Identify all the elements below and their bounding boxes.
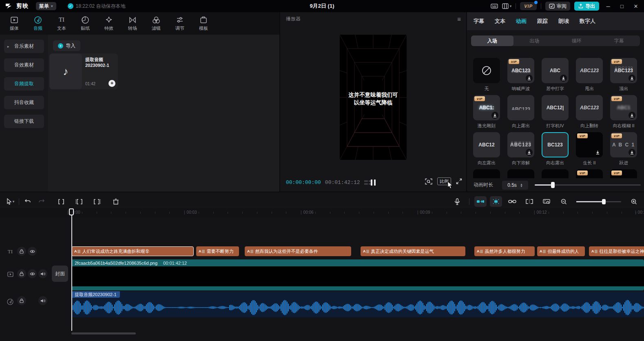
redo-button[interactable]: [35, 199, 49, 204]
library-tab-滤镜[interactable]: 滤镜: [144, 16, 168, 31]
zoom-in-icon[interactable]: [627, 199, 641, 205]
inspector-tab-动画[interactable]: 动画: [516, 18, 527, 25]
inspector-tab-数字人[interactable]: 数字人: [580, 18, 595, 25]
subtab-入场[interactable]: 入场: [471, 35, 513, 46]
zoom-out-icon[interactable]: [557, 199, 571, 205]
animation-tile-生长 II[interactable]: VIP: [576, 132, 603, 157]
split-right-button[interactable]: [90, 199, 104, 205]
animation-tile-向下溶解[interactable]: ABC123: [507, 132, 534, 157]
layout-switch-icon[interactable]: ▾: [502, 3, 512, 9]
import-button[interactable]: + 导入: [53, 40, 80, 51]
duration-slider[interactable]: [535, 184, 641, 186]
maximize-button[interactable]: □: [617, 3, 627, 9]
add-to-track-button[interactable]: +: [108, 80, 115, 87]
subtab-出场[interactable]: 出场: [513, 35, 556, 46]
video-preview[interactable]: 这并不意味着我们可 以坐等运气降临: [340, 35, 407, 160]
animation-tile-打字机IV[interactable]: ABC12|: [542, 95, 569, 120]
cover-button[interactable]: 封面: [52, 266, 68, 282]
preview-quality-icon[interactable]: [425, 178, 432, 185]
magnetic-snap-toggle[interactable]: [474, 196, 487, 207]
horizontal-scrollbar[interactable]: [71, 332, 136, 334]
select-tool-button[interactable]: ▾: [3, 198, 17, 205]
animation-tile[interactable]: [542, 169, 569, 178]
library-tab-特效[interactable]: 特效: [97, 16, 121, 31]
animation-tile-向上露出[interactable]: ABC123: [507, 95, 534, 120]
subtitle-clip[interactable]: A需要不断努力: [196, 246, 239, 256]
minimize-button[interactable]: ─: [603, 3, 613, 9]
review-button[interactable]: 审阅: [545, 2, 570, 11]
animation-tile[interactable]: [507, 169, 534, 178]
animation-tile-激光雕刻[interactable]: ABC1:VIP: [473, 95, 500, 120]
subtitle-clip[interactable]: A然而我认为这些并不是必要条件: [245, 246, 351, 256]
library-tab-模板[interactable]: 模板: [192, 16, 215, 31]
slider-knob[interactable]: [551, 182, 555, 188]
lock-icon[interactable]: [17, 269, 26, 278]
mirror-split-icon[interactable]: [522, 199, 536, 204]
subtitle-clip[interactable]: A人们常说成功之路充满曲折和艰辛: [71, 246, 194, 256]
inspector-tab-朗读[interactable]: 朗读: [558, 18, 569, 25]
subtitle-clip[interactable]: A真正决定成功的关键因素是运气: [361, 246, 465, 256]
subtitle-clip[interactable]: A往往是那些被幸运之神: [589, 246, 644, 256]
close-button[interactable]: ✕: [631, 3, 641, 9]
zoom-slider-knob[interactable]: [602, 199, 606, 204]
animation-tile-跃进[interactable]: A B C 1VIP: [610, 132, 637, 157]
pause-button[interactable]: [369, 178, 377, 186]
time-ruler[interactable]: |00:00|00:03|00:06|00:09|00:12|00:1: [0, 208, 644, 217]
playhead-handle[interactable]: [69, 208, 74, 215]
video-track-clip[interactable]: 2fcaacb5a061b4a502dfe1208635c6d.png 00:0…: [71, 259, 644, 290]
sidebar-item-音乐素材[interactable]: ▸音乐素材: [4, 40, 44, 53]
fullscreen-icon[interactable]: [456, 178, 462, 184]
library-tab-贴纸[interactable]: 贴纸: [73, 16, 97, 31]
timeline-zoom-slider[interactable]: [576, 201, 621, 202]
duration-stepper[interactable]: ▲▼: [520, 183, 523, 187]
subtab-循环[interactable]: 循环: [555, 35, 598, 46]
library-tab-音频[interactable]: 音频: [26, 16, 50, 31]
animation-tile-甩出[interactable]: ABC123: [576, 58, 603, 83]
sidebar-item-音效素材[interactable]: 音效素材: [4, 58, 44, 72]
subtitle-clip[interactable]: A但最终成功的人: [537, 246, 585, 256]
animation-tile-居中打字[interactable]: ABC: [542, 58, 569, 83]
split-left-button[interactable]: [72, 199, 86, 205]
preview-axis-icon[interactable]: [540, 199, 553, 204]
subtab-字幕[interactable]: 字幕: [598, 35, 640, 46]
lock-icon[interactable]: [17, 296, 26, 305]
animation-tile-无[interactable]: [473, 58, 500, 83]
inspector-tab-文本[interactable]: 文本: [495, 18, 505, 25]
export-button[interactable]: 导出: [574, 2, 599, 11]
delete-button[interactable]: [109, 199, 123, 205]
vip-button[interactable]: VIP: [520, 2, 537, 10]
animation-tile-向上翻转[interactable]: ABC123: [576, 95, 603, 120]
speaker-icon[interactable]: [38, 296, 47, 305]
link-toggle[interactable]: [505, 199, 519, 204]
auto-snap-toggle[interactable]: [490, 196, 502, 207]
animation-tile[interactable]: [473, 169, 500, 178]
library-tab-转场[interactable]: 转场: [121, 16, 144, 31]
split-button[interactable]: [54, 199, 68, 205]
library-tab-调节[interactable]: 调节: [168, 16, 192, 31]
inspector-tab-跟踪[interactable]: 跟踪: [537, 18, 548, 25]
speaker-icon[interactable]: [38, 269, 47, 278]
animation-tile-呐喊声波[interactable]: ABC123VIP: [507, 58, 534, 83]
player-menu-icon[interactable]: ≡: [457, 16, 460, 22]
library-tab-文本[interactable]: TI文本: [50, 16, 73, 31]
undo-button[interactable]: [21, 199, 35, 204]
animation-tile-向右露出[interactable]: BC123: [542, 132, 569, 157]
sidebar-item-抖音收藏[interactable]: 抖音收藏: [4, 96, 44, 109]
shortcut-keys-icon[interactable]: [491, 3, 498, 9]
eye-icon[interactable]: [28, 269, 37, 278]
animation-tile[interactable]: VIP: [576, 169, 603, 178]
sidebar-item-链接下载[interactable]: 链接下载: [4, 115, 44, 128]
animation-tile-向右模糊 II[interactable]: ABC1VIP: [610, 95, 637, 120]
library-tab-媒体[interactable]: 媒体: [2, 16, 26, 31]
audio-asset-card[interactable]: ♪ 提取音频 20230902-1 01:42 +: [49, 53, 118, 89]
animation-tile[interactable]: VIP: [610, 169, 637, 178]
subtitle-clip[interactable]: A虽然许多人都很努力: [474, 246, 535, 256]
menu-button[interactable]: 菜单 ▾: [36, 2, 56, 10]
audio-track-clip[interactable]: 提取音频20230902-1: [71, 291, 644, 317]
sidebar-item-音频提取[interactable]: 音频提取: [4, 77, 44, 91]
animation-tile-顶出[interactable]: ABC123VIP: [610, 58, 637, 83]
inspector-tab-字幕[interactable]: 字幕: [474, 18, 484, 25]
record-voiceover-icon[interactable]: [450, 198, 464, 205]
duration-value-box[interactable]: 0.5s ▲▼: [502, 181, 528, 190]
animation-tile-向左露出[interactable]: ABC12: [473, 132, 500, 157]
